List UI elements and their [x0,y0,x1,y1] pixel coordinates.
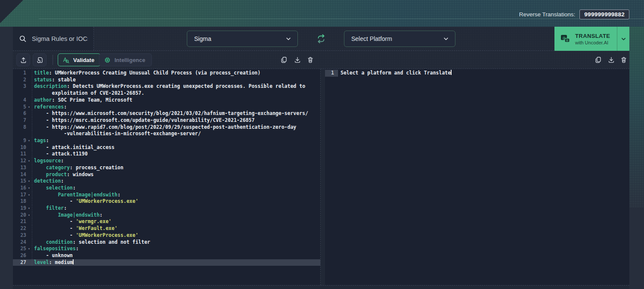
code-line[interactable]: 12▾logsource: [13,158,320,165]
copy-source-button[interactable] [280,56,288,64]
line-gutter[interactable] [13,90,32,97]
code-line[interactable]: 22 - 'WerFault.exe' [13,225,320,232]
line-gutter[interactable]: 15▾ [13,178,32,185]
code-line[interactable]: 1Select a platform and click Translate [325,70,629,77]
code-line[interactable]: 21 - 'wermgr.exe' [13,218,320,225]
code-line[interactable]: exploitation of CVE-2021-26857. [13,90,320,97]
source-format-select[interactable]: Sigma [187,31,298,47]
code-line[interactable]: 14 product: windows [13,171,320,178]
line-gutter[interactable]: 24 [13,239,32,246]
line-gutter[interactable]: 4 [13,97,32,104]
translate-button[interactable]: @ TRANSLATE with Uncoder.AI [554,27,617,51]
delete-source-button[interactable] [306,56,315,64]
output-code-editor[interactable]: 1Select a platform and click Translate [325,69,629,285]
line-gutter[interactable]: 14 [13,171,32,178]
line-gutter[interactable]: 21 [13,218,32,225]
code-line[interactable]: 10 - attack.initial_access [13,144,320,151]
translate-icon: @ [560,33,571,44]
line-gutter[interactable]: 27 [13,259,32,266]
fold-arrow-icon[interactable]: ▾ [26,245,32,252]
source-code-editor[interactable]: 1title: UMWorkerProcess Creating Unusual… [13,69,321,285]
fold-arrow-icon[interactable]: ▾ [26,185,32,192]
code-line[interactable]: 7 - https://msrc.microsoft.com/update-gu… [13,117,320,124]
line-gutter[interactable]: 25▾ [13,245,32,252]
code-line[interactable]: 23 - 'UMWorkerProcess.exe' [13,232,320,239]
code-text: filter: [32,205,67,212]
line-gutter[interactable]: 16▾ [13,185,32,192]
code-line[interactable]: 26 - unknown [13,252,320,259]
target-platform-select[interactable]: Select Platform [344,31,455,47]
doc-refresh-button[interactable] [33,53,46,66]
code-line[interactable]: 6 - https://www.microsoft.com/security/b… [13,110,320,117]
code-line[interactable]: 2status: stable [13,77,320,84]
code-line[interactable]: 3description: Detects UMWorkerProcess.ex… [13,83,320,90]
code-line[interactable]: 1title: UMWorkerProcess Creating Unusual… [13,70,320,77]
line-gutter[interactable]: 9▾ [13,137,32,144]
search-box[interactable] [13,27,94,50]
intelligence-button-label: Intelligence [115,57,146,63]
line-gutter[interactable]: 19▾ [13,205,32,212]
line-gutter[interactable]: 18 [13,198,32,205]
download-icon [294,56,301,64]
code-line[interactable]: 20▾ Image|endswith: [13,212,320,219]
swap-arrows-icon [316,33,327,44]
line-gutter[interactable] [13,131,32,137]
code-line[interactable]: 8 - https://www.rapid7.com/blog/post/202… [13,124,320,131]
line-gutter[interactable]: 20▾ [13,212,32,219]
line-gutter[interactable]: 6 [13,110,32,117]
code-line[interactable]: 4author: SOC Prime Team, Microsoft [13,97,320,104]
search-input[interactable] [32,35,88,42]
code-line[interactable]: -vulnerabilities-in-microsoft-exchange-s… [13,131,320,137]
line-gutter[interactable]: 22 [13,225,32,232]
fold-arrow-icon[interactable]: ▾ [26,178,32,185]
fold-arrow-icon[interactable]: ▾ [26,158,32,165]
intelligence-chip-icon [104,56,111,64]
line-gutter[interactable]: 2 [13,77,32,84]
line-gutter[interactable]: 13 [13,165,32,171]
upload-button[interactable] [16,53,30,66]
corner-decoration [0,0,23,23]
line-gutter[interactable]: 17▾ [13,192,32,199]
line-gutter[interactable]: 1 [325,70,338,77]
delete-output-button[interactable] [619,56,628,64]
validate-button[interactable]: Validate [58,53,101,66]
fold-arrow-icon[interactable]: ▾ [26,212,32,219]
copy-icon [594,56,602,64]
code-line[interactable]: 18 - 'UMWorkerProcess.exe' [13,198,320,205]
fold-arrow-icon[interactable]: ▾ [26,192,32,199]
line-number: 6 [23,110,26,117]
line-gutter[interactable]: 7 [13,117,32,124]
code-line[interactable]: 27level: medium [13,259,320,266]
line-gutter[interactable]: 8 [13,124,32,131]
download-source-button[interactable] [293,56,302,64]
download-output-button[interactable] [607,56,616,64]
intelligence-button[interactable]: Intelligence [99,53,152,66]
code-line[interactable]: 5▾references: [13,104,320,111]
fold-arrow-icon[interactable]: ▾ [26,205,32,212]
line-gutter[interactable]: 11 [13,151,32,158]
code-line[interactable]: 9▾tags: [13,137,320,144]
line-gutter[interactable]: 1 [13,70,32,77]
line-gutter[interactable]: 5▾ [13,104,32,111]
code-line[interactable]: 25▾falsepositives: [13,245,320,252]
code-line[interactable]: 13 category: process_creation [13,165,320,171]
swap-direction-button[interactable] [316,33,327,44]
line-gutter[interactable]: 3 [13,83,32,90]
code-line[interactable]: 11 - attack.t1190 [13,151,320,158]
code-line[interactable]: 15▾detection: [13,178,320,185]
code-line[interactable]: 24 condition: selection and not filter [13,239,320,246]
line-gutter[interactable]: 23 [13,232,32,239]
line-gutter[interactable]: 12▾ [13,158,32,165]
code-line[interactable]: 19▾ filter: [13,205,320,212]
code-text: - 'UMWorkerProcess.exe' [32,198,138,205]
line-gutter[interactable]: 10 [13,144,32,151]
code-line[interactable]: 17▾ ParentImage|endswith: [13,192,320,199]
copy-output-button[interactable] [594,56,603,64]
code-text: - attack.initial_access [32,144,115,151]
line-gutter[interactable]: 26 [13,252,32,259]
fold-arrow-icon[interactable]: ▾ [26,137,32,144]
fold-arrow-icon[interactable]: ▾ [26,104,32,111]
code-line[interactable]: 16▾ selection: [13,185,320,192]
translate-options-button[interactable] [617,27,629,51]
line-number: 16 [20,185,26,192]
